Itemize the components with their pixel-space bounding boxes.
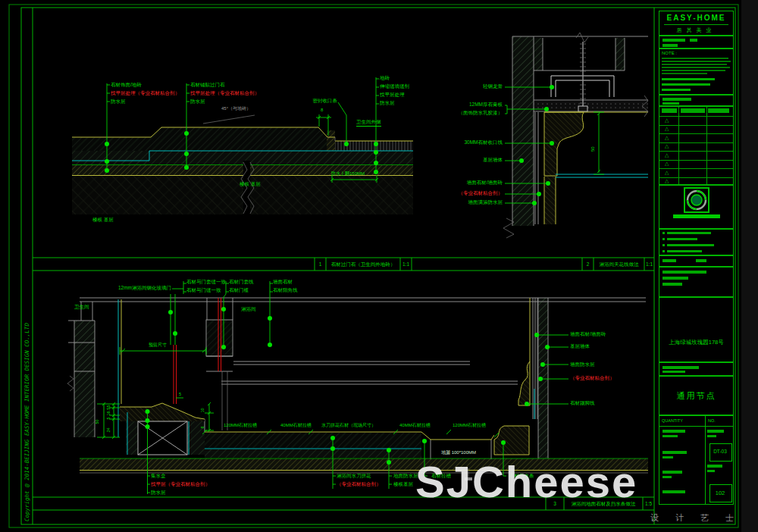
- cad-label: 12MM厚石膏板: [469, 102, 503, 108]
- project-address: 上海绿城玫瑰园178号: [659, 339, 733, 346]
- cad-label: 基层墙体: [483, 158, 503, 163]
- cad-label: 轻钢龙骨: [483, 84, 503, 89]
- cad-label: 石材门套线: [229, 280, 254, 285]
- watermark-text: SJCheese: [415, 456, 637, 507]
- cad-label: 水刀拼花石材（现场尺寸）: [321, 423, 376, 427]
- detail-2-number: 2: [582, 258, 594, 271]
- cad-label: 防水层: [380, 101, 395, 106]
- company-logo-box: [659, 185, 734, 229]
- cad-label: 找平层处理（专业石材粘合剂）: [190, 91, 259, 96]
- cad-label: 12mm淋浴间钢化玻璃门: [118, 286, 171, 291]
- drawing-type-title: 通用节点: [659, 390, 733, 402]
- cad-label: （面饰防水乳胶漆）: [459, 111, 503, 116]
- brand-underline: [664, 24, 728, 25]
- cad-label: 45°（与地砖）: [221, 106, 251, 111]
- titleblock-scale-box: [659, 255, 734, 267]
- cad-label: 24: [107, 427, 111, 432]
- cad-label: （专业石材粘合剂）: [459, 191, 503, 196]
- logo-underline: [673, 214, 720, 218]
- detail-2-scale: 1:1: [644, 258, 654, 271]
- watermark-subtitle: 设计艺士: [650, 512, 750, 524]
- revision-triangle-icon: [665, 152, 669, 158]
- company-logo: [682, 187, 711, 213]
- quantity-header: QUANTITY: [662, 418, 683, 423]
- cad-sheet: Copyright @ 2014-BEIJING EASY-HOME INTER…: [0, 0, 758, 532]
- cad-label: 墙面防水层: [570, 362, 595, 368]
- titleblock-info-box: [659, 36, 734, 49]
- no-header: NO.: [708, 418, 716, 423]
- titleblock-brand-box: EASY-HOME 居其美业: [659, 11, 734, 36]
- detail-1-number: 1: [315, 258, 326, 271]
- cad-label: 地砖: [380, 76, 390, 81]
- revision-triangle-icon: [665, 135, 669, 140]
- cad-label: 墙面石材/墙面砖: [570, 332, 606, 337]
- cad-label: 8: [321, 108, 323, 112]
- detail-3-scale: 1:5: [643, 497, 654, 510]
- cad-label: 30MM石材收口线: [464, 140, 503, 146]
- cad-label: 石材踢脚线: [570, 401, 595, 406]
- revision-triangle-icon: [665, 117, 669, 123]
- titleblock-bullets-box: [659, 229, 734, 255]
- cad-label: 淋浴间水刀拼花: [337, 474, 371, 479]
- cad-label: 石材饰面/地砖: [111, 83, 142, 88]
- cad-label: 防水层: [190, 99, 205, 105]
- cad-label: 5: [107, 405, 111, 407]
- cad-label: （专业石材粘合剂）: [570, 376, 615, 381]
- titleblock-row-box: [659, 362, 734, 376]
- sheet-number: 102: [709, 490, 731, 496]
- titleblock-note-box: NOTE :: [659, 49, 734, 95]
- cad-label: 找平层处理: [380, 92, 405, 98]
- cad-label: 石材门槛: [229, 288, 249, 293]
- cad-label: 120MM石材拉槽: [224, 423, 257, 427]
- revision-triangle-icon: [665, 178, 669, 183]
- detail-1-title: 石材过门石（卫生间外地砖）: [326, 258, 400, 271]
- revision-triangle-icon: [665, 161, 669, 166]
- cad-label: 40MM石材拉槽: [280, 423, 312, 427]
- cad-label: 防水层: [151, 490, 166, 496]
- brand-chinese-text: 居其美业: [659, 27, 733, 34]
- cad-label: 基层墙体: [570, 344, 590, 349]
- drawing-number: DT-03: [709, 449, 731, 454]
- detail-2-linework: [503, 33, 648, 238]
- cad-label: 地漏 100*100MM: [441, 450, 476, 455]
- revision-triangle-icon: [665, 126, 669, 131]
- cad-label: 石材与门缝一致: [186, 288, 221, 293]
- cad-label: 找平层处理（专业石材粘合剂）: [111, 91, 180, 96]
- cad-label: 40MM石材拉槽: [399, 423, 431, 427]
- brand-logo-text: EASY-HOME: [659, 14, 733, 22]
- drawing-type-box: 通用节点: [659, 376, 734, 415]
- cad-label: 50: [96, 419, 100, 424]
- copyright-text: Copyright @ 2014-BEIJING EASY-HOME INTER…: [23, 323, 30, 521]
- cad-label: 伸缩缝填缝剂: [380, 84, 409, 89]
- cad-label: 地面防水层: [393, 474, 418, 479]
- cad-label: 墙面石材: [273, 280, 293, 285]
- cad-label: 120MM石材拉槽: [453, 423, 486, 427]
- cad-label: 墙面石材/墙面砖: [467, 180, 503, 186]
- note-heading: NOTE :: [662, 51, 677, 55]
- revision-triangle-icon: [665, 170, 669, 175]
- titleblock-subinfo-box: [659, 95, 734, 106]
- cad-label: 卫生间: [74, 305, 89, 310]
- cad-label: 密封收口条: [313, 99, 338, 104]
- cad-label: 集水盒: [151, 474, 166, 479]
- cad-label: 5: [107, 417, 111, 419]
- cad-label: 预留尺寸: [149, 343, 167, 347]
- cad-label: 防水上翻150MM: [331, 171, 365, 176]
- project-address-box: 上海绿城玫瑰园178号: [659, 297, 734, 362]
- revision-triangle-icon: [665, 143, 669, 149]
- cad-label: 找平层（专业石材粘合剂）: [151, 482, 210, 487]
- cad-label: 淋浴间: [241, 307, 256, 312]
- cad-label: 卫生间外侧: [356, 120, 381, 127]
- cad-label: 防水层: [111, 99, 126, 105]
- cad-label: 石材铺贴过门石: [190, 83, 225, 88]
- cad-label: 墙面满涂防水层: [468, 200, 503, 205]
- cad-label: 16.5: [107, 407, 111, 415]
- cad-label: 50: [590, 146, 595, 152]
- cad-label: 石材阳角线: [273, 288, 298, 293]
- revision-table: [659, 106, 734, 185]
- titleblock-project-info-box: [659, 267, 734, 297]
- quantity-no-table: QUANTITY NO. DT-03 102: [659, 415, 734, 505]
- cad-label: 石材与门套缝一致: [186, 280, 226, 285]
- detail-1-scale: 1:1: [400, 258, 412, 271]
- cad-label: 8: [201, 426, 205, 428]
